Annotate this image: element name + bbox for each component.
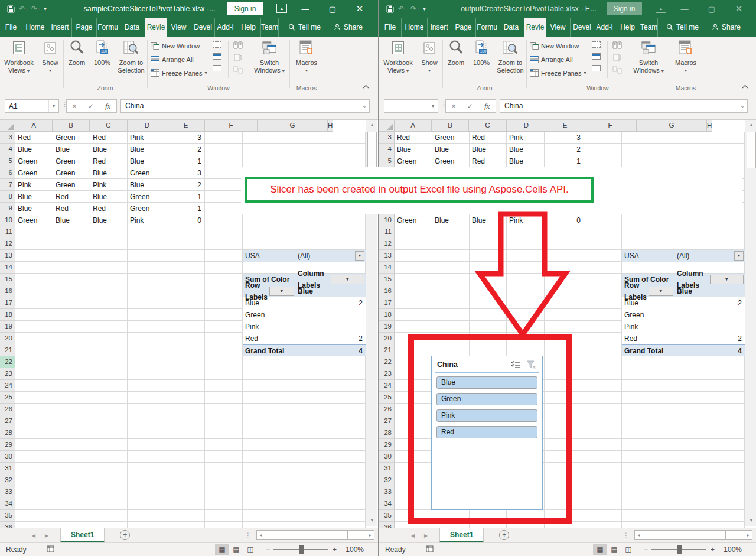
- row-header[interactable]: 31: [0, 463, 15, 474]
- pivot-row-item[interactable]: Blue: [624, 297, 674, 309]
- ribbon-tab[interactable]: Revie: [524, 18, 546, 37]
- horizontal-scrollbar[interactable]: ◂ ▸: [256, 530, 374, 540]
- pivot-row-item[interactable]: Red: [624, 333, 674, 344]
- row-header[interactable]: 30: [0, 451, 15, 463]
- cell[interactable]: Green: [53, 167, 90, 179]
- row-header[interactable]: 5: [379, 155, 395, 167]
- maximize-button[interactable]: ▢: [702, 0, 722, 18]
- row-header[interactable]: 16: [0, 285, 15, 297]
- workbook-views-button[interactable]: Workbook Views ▾: [2, 39, 35, 75]
- ribbon-tab[interactable]: Insert: [428, 18, 451, 37]
- slicer[interactable]: China BlueGreenPinkRed: [431, 356, 543, 510]
- row-header[interactable]: 9: [0, 203, 15, 214]
- row-header[interactable]: 30: [379, 451, 395, 463]
- pivot-grand-total-value[interactable]: 4: [298, 345, 366, 357]
- row-header[interactable]: 32: [379, 474, 395, 486]
- row-header[interactable]: 25: [379, 392, 395, 404]
- row-header[interactable]: 5: [0, 155, 15, 167]
- row-header[interactable]: 36: [379, 522, 395, 528]
- tell-me-button[interactable]: Tell me: [666, 23, 699, 31]
- row-header[interactable]: 25: [0, 392, 15, 404]
- scroll-right-icon[interactable]: ▸: [366, 530, 374, 540]
- ribbon-tab[interactable]: File: [379, 18, 402, 37]
- row-header[interactable]: 19: [0, 321, 15, 333]
- vertical-scroll-thumb[interactable]: [367, 132, 377, 168]
- cell[interactable]: 0: [165, 214, 205, 226]
- column-header[interactable]: C: [90, 120, 128, 132]
- row-header[interactable]: 3: [379, 132, 395, 144]
- zoom-slider[interactable]: [273, 549, 328, 550]
- row-header[interactable]: 23: [0, 368, 15, 380]
- ribbon-tab[interactable]: Formu: [97, 18, 119, 37]
- cell[interactable]: 2: [545, 144, 584, 155]
- vertical-scroll-thumb[interactable]: [747, 132, 756, 168]
- cell[interactable]: Pink: [507, 214, 545, 226]
- unhide-button[interactable]: [592, 65, 601, 71]
- row-header[interactable]: 22: [379, 356, 395, 368]
- cell[interactable]: Green: [395, 214, 432, 226]
- cell[interactable]: Red: [470, 132, 507, 144]
- row-header[interactable]: 4: [379, 144, 395, 155]
- cell[interactable]: Green: [432, 132, 470, 144]
- ribbon-tab[interactable]: Team: [261, 18, 279, 37]
- pivot-filter-name[interactable]: USA: [622, 250, 674, 262]
- row-header[interactable]: 4: [0, 144, 15, 155]
- next-sheet-icon[interactable]: ▸: [40, 528, 53, 542]
- row-labels-dropdown-icon[interactable]: ▾: [649, 287, 674, 296]
- row-labels-dropdown-icon[interactable]: ▾: [269, 287, 295, 296]
- row-header[interactable]: 34: [0, 498, 15, 510]
- cell[interactable]: Blue: [53, 144, 90, 155]
- ribbon-tab[interactable]: View: [546, 18, 571, 37]
- ribbon-display-options-icon[interactable]: ▴: [656, 4, 666, 13]
- expand-formula-bar-icon[interactable]: ⌄: [360, 100, 369, 112]
- page-break-view-icon[interactable]: ◫: [621, 544, 636, 555]
- zoom-slider[interactable]: [651, 549, 706, 550]
- row-header[interactable]: 22: [0, 356, 15, 368]
- insert-function-icon[interactable]: fx: [105, 102, 110, 111]
- column-header[interactable]: B: [432, 120, 469, 132]
- column-header[interactable]: H: [707, 120, 712, 132]
- reset-window-position-button[interactable]: [612, 66, 622, 75]
- slicer-item[interactable]: Pink: [436, 409, 537, 422]
- synchronous-scrolling-button[interactable]: [233, 54, 243, 63]
- cell[interactable]: Green: [15, 167, 53, 179]
- cell[interactable]: Green: [15, 214, 53, 226]
- macros-button[interactable]: Macros ▾: [292, 39, 321, 74]
- scroll-up-icon[interactable]: ▲: [746, 120, 756, 131]
- cell[interactable]: Pink: [90, 179, 128, 191]
- enter-icon[interactable]: ✓: [88, 102, 94, 110]
- name-box-dropdown-icon[interactable]: ▾: [428, 100, 438, 112]
- redo-icon[interactable]: ↷▾: [410, 5, 419, 13]
- cell[interactable]: 3: [165, 132, 205, 144]
- row-header[interactable]: 24: [379, 380, 395, 392]
- ribbon-tab[interactable]: Add-i: [594, 18, 615, 37]
- cell[interactable]: Blue: [15, 144, 53, 155]
- scroll-left-icon[interactable]: ◂: [634, 530, 643, 540]
- split-button[interactable]: [592, 41, 601, 48]
- cell[interactable]: Green: [128, 191, 165, 203]
- sign-in-button[interactable]: Sign in: [227, 2, 263, 15]
- ribbon-tab[interactable]: Devel: [191, 18, 215, 37]
- ribbon-tab[interactable]: Team: [640, 18, 658, 37]
- prev-sheet-icon[interactable]: ◂: [406, 528, 419, 542]
- row-header[interactable]: 13: [379, 250, 395, 262]
- zoom-in-icon[interactable]: +: [333, 545, 337, 554]
- row-header[interactable]: 3: [0, 132, 15, 144]
- column-labels-dropdown-icon[interactable]: ▾: [710, 275, 744, 284]
- ribbon-tab[interactable]: Page: [451, 18, 476, 37]
- cell[interactable]: Blue: [90, 214, 128, 226]
- cell[interactable]: Blue: [90, 191, 128, 203]
- cell[interactable]: Red: [53, 191, 90, 203]
- cell[interactable]: 1: [165, 155, 205, 167]
- cell[interactable]: Blue: [470, 144, 507, 155]
- column-header[interactable]: A: [395, 120, 432, 132]
- cell[interactable]: Blue: [470, 214, 507, 226]
- collapse-ribbon-icon[interactable]: [363, 83, 369, 90]
- ribbon-tab[interactable]: Devel: [571, 18, 594, 37]
- cell[interactable]: Blue: [15, 203, 53, 214]
- row-header[interactable]: 10: [0, 214, 15, 226]
- column-header[interactable]: C: [469, 120, 507, 132]
- cell[interactable]: Red: [90, 203, 128, 214]
- column-header[interactable]: A: [15, 120, 53, 132]
- cell[interactable]: Blue: [507, 144, 545, 155]
